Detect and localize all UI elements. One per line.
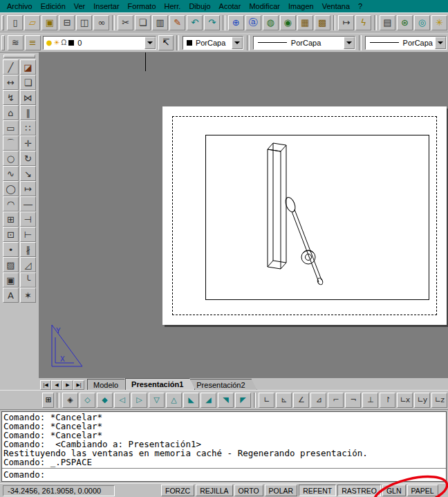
menu-dibujo[interactable]: Dibujo	[185, 1, 214, 12]
dbconnect-button[interactable]: ⊛	[397, 15, 413, 30]
make-block-button[interactable]: ⊡	[3, 227, 19, 242]
explode-button[interactable]: ✶	[20, 288, 36, 303]
se-isometric-button[interactable]: ◢	[200, 393, 216, 408]
last-tab-button[interactable]: ▶|	[73, 380, 84, 390]
menu-ayuda[interactable]: ?	[354, 1, 366, 12]
make-layer-current-button[interactable]: ↸	[158, 35, 174, 50]
menu-ver[interactable]: Ver	[70, 1, 90, 12]
designcenter-button[interactable]: ▩	[315, 15, 330, 30]
toolbar-grip[interactable]	[1, 15, 4, 30]
color-combo-dropdown-button[interactable]	[232, 37, 243, 49]
zaxis-ucs-button[interactable]: ↾	[380, 393, 395, 408]
menu-herr[interactable]: Herr.	[160, 1, 185, 12]
menu-modificar[interactable]: Modificar	[245, 1, 284, 12]
break-button[interactable]: ∦	[20, 242, 36, 257]
point-button[interactable]: •	[3, 242, 19, 257]
face-ucs-button[interactable]: ⊿	[310, 393, 326, 408]
offset-button[interactable]: ∥	[20, 105, 36, 120]
menu-archivo[interactable]: Archivo	[3, 1, 37, 12]
region-button[interactable]: ▣	[3, 272, 19, 288]
construction-line-button[interactable]: ↔	[3, 75, 19, 90]
trim-button[interactable]: ⊣	[20, 212, 36, 227]
first-tab-button[interactable]: |◀	[40, 380, 51, 390]
ellipse-arc-button[interactable]: ◠	[3, 196, 19, 212]
tab-presentacion2[interactable]: Presentación2	[190, 379, 256, 390]
z-rotate-ucs-button[interactable]: ∟z	[431, 393, 447, 408]
next-tab-button[interactable]: ▶	[62, 380, 73, 390]
toggle-orto[interactable]: ORTO	[234, 485, 263, 496]
back-view-button[interactable]: △	[166, 393, 182, 408]
command-prompt-line[interactable]: Comando:	[2, 468, 446, 481]
rotate-button[interactable]: ↻	[20, 151, 36, 166]
paste-button[interactable]: ▥	[152, 15, 168, 30]
object-ucs-button[interactable]: ⌐	[328, 393, 344, 408]
browser-button[interactable]: ⓐ	[245, 15, 261, 30]
drawing-area[interactable]: Y X	[39, 53, 448, 378]
publish-web-button[interactable]: ◉	[280, 15, 296, 30]
linetype-combo-dropdown-button[interactable]	[344, 37, 355, 49]
insert-block-button[interactable]: ⊞	[3, 212, 19, 227]
line-button[interactable]: ╱	[3, 59, 19, 75]
match-properties-button[interactable]: ✎	[169, 15, 185, 30]
layer-combo[interactable]: ● ☀ Ω 0	[43, 36, 157, 50]
left-view-button[interactable]: ◁	[114, 393, 130, 408]
world-ucs-button[interactable]: ⊾	[276, 393, 292, 408]
linetype-combo[interactable]: PorCapa	[253, 36, 355, 50]
mtext-button[interactable]: A	[3, 288, 19, 303]
named-views-button[interactable]: ◈	[62, 393, 78, 408]
toggle-rastreo[interactable]: RASTREO	[337, 485, 381, 496]
polyline-button[interactable]: ↯	[3, 90, 19, 105]
bottom-view-button[interactable]: ◆	[97, 393, 113, 408]
fillet-button[interactable]: ╰	[20, 272, 36, 288]
sw-isometric-button[interactable]: ◣	[183, 393, 199, 408]
toggle-gln[interactable]: GLN	[382, 485, 406, 496]
circle-button[interactable]: ○	[3, 151, 19, 166]
ne-isometric-button[interactable]: ◥	[218, 393, 234, 408]
insert-hyperlink-button[interactable]: ⊕	[228, 15, 244, 30]
view-ucs-button[interactable]: ¬	[345, 393, 361, 408]
layout-viewport[interactable]	[205, 135, 429, 300]
spline-button[interactable]: ∿	[3, 166, 19, 181]
menu-imagen[interactable]: Imagen	[284, 1, 318, 12]
layer-states-button[interactable]: ≡	[25, 35, 41, 50]
command-history[interactable]: Comando: *Cancelar* Comando: *Cancelar* …	[2, 412, 446, 468]
viewports-dialog-button[interactable]: ⊞	[42, 393, 54, 408]
lengthen-button[interactable]: ―	[20, 196, 36, 212]
redo-button[interactable]: ↷	[204, 15, 220, 30]
erase-button[interactable]: ◪	[20, 59, 36, 75]
copy-button[interactable]: ❏	[135, 15, 151, 30]
previous-ucs-button[interactable]: ∠	[293, 393, 309, 408]
arc-button[interactable]: ⌒	[3, 135, 19, 151]
assistance-button[interactable]: ✳	[431, 15, 447, 30]
toggle-polar[interactable]: POLAR	[265, 485, 298, 496]
etransmit-button[interactable]: ◍	[263, 15, 279, 30]
mirror-button[interactable]: ⋈	[20, 90, 36, 105]
nw-isometric-button[interactable]: ◤	[235, 393, 251, 408]
y-rotate-ucs-button[interactable]: ∟y	[414, 393, 430, 408]
open-button[interactable]: ▱	[24, 15, 40, 30]
copy-object-button[interactable]: ❏	[20, 75, 36, 90]
right-view-button[interactable]: ▷	[131, 393, 147, 408]
menu-formato[interactable]: Formato	[124, 1, 160, 12]
rectangle-button[interactable]: ▭	[3, 120, 19, 135]
move-button[interactable]: ✛	[20, 135, 36, 151]
toggle-papel[interactable]: PAPEL	[407, 485, 438, 496]
quick-dimension-button[interactable]: ϟ	[355, 15, 371, 30]
hatch-button[interactable]: ▨	[3, 257, 19, 272]
menu-ventana[interactable]: Ventana	[318, 1, 354, 12]
front-view-button[interactable]: ▽	[149, 393, 165, 408]
print-button[interactable]: ⊟	[59, 15, 75, 30]
chamfer-button[interactable]: ◿	[20, 257, 36, 272]
lineweight-combo[interactable]: PorCapa	[365, 36, 447, 50]
array-button[interactable]: ∷	[20, 120, 36, 135]
ellipse-button[interactable]: ◯	[3, 181, 19, 196]
layer-combo-dropdown-button[interactable]	[144, 37, 156, 49]
x-rotate-ucs-button[interactable]: ∟x	[397, 393, 413, 408]
today-button[interactable]: ◎	[414, 15, 430, 30]
scale-button[interactable]: ↘	[20, 166, 36, 181]
stretch-button[interactable]: ↦	[20, 181, 36, 196]
distance-button[interactable]: ↦	[338, 15, 354, 30]
undo-button[interactable]: ↶	[187, 15, 203, 30]
ucs-button[interactable]: ∟	[259, 393, 274, 408]
find-button[interactable]: ∞	[93, 15, 109, 30]
